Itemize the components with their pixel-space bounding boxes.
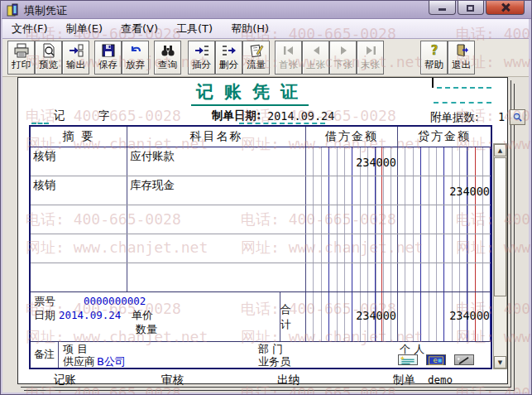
prepared-date-value[interactable]: 2014.09.24 — [267, 109, 334, 123]
salesman-label[interactable]: 业务员 — [258, 354, 290, 368]
help-label: 帮助 — [424, 60, 443, 70]
cell-account[interactable] — [127, 234, 306, 263]
prev-page-icon — [309, 43, 324, 58]
cell-credit[interactable] — [398, 263, 491, 291]
account-text — [127, 234, 305, 238]
cashflow-label: 流量 — [247, 60, 266, 70]
menu-file[interactable]: 文件(F) — [2, 19, 57, 39]
menu-tools[interactable]: 工具(T) — [167, 19, 222, 39]
supplier-label[interactable]: 供应商 — [63, 354, 95, 368]
prev-voucher-label: 上张 — [306, 60, 325, 70]
bookkeeper-label: 记账 — [54, 373, 76, 388]
search-binoculars-icon — [161, 43, 175, 58]
prev-voucher-button[interactable]: 上张 — [302, 41, 329, 75]
preparer-value: demo — [428, 373, 453, 386]
cashflow-button[interactable]: 流量 — [242, 41, 270, 75]
export-button[interactable]: 输出 — [62, 41, 89, 75]
toolbar: 打印 预览 输出 保存 放弃 查询 插分 删分 — [2, 39, 529, 77]
save-icon — [101, 43, 116, 58]
first-voucher-button[interactable]: 首张 — [275, 41, 302, 75]
cell-debit[interactable]: 234000 — [306, 147, 398, 176]
preview-button[interactable]: 预览 — [35, 41, 62, 75]
supplier-value[interactable]: B公司 — [97, 354, 126, 368]
text-caret — [432, 78, 434, 88]
scroll-down-button[interactable]: ▼ — [494, 356, 506, 369]
menu-help[interactable]: 帮助(H) — [222, 19, 278, 39]
preparer-label: 制单 — [393, 373, 415, 388]
scrollbar-thumb[interactable] — [494, 157, 506, 296]
notes-icon[interactable] — [398, 354, 418, 365]
cell-account[interactable]: 库存现金 — [127, 176, 306, 205]
voucher-table: 摘 要 科目名称 借方金额 贷方金额 核销 应付账款 234000 核销 库存现… — [29, 125, 492, 369]
help-icon: ? — [427, 43, 442, 58]
titlebar: 填制凭证 — [2, 1, 532, 19]
query-button[interactable]: 查询 — [154, 41, 181, 75]
screen-icon[interactable]: e — [426, 354, 446, 365]
cell-debit[interactable] — [306, 263, 398, 291]
delete-row-icon — [222, 43, 237, 58]
wand-icon[interactable] — [454, 354, 474, 365]
help-button[interactable]: ? 帮助 — [420, 41, 448, 75]
cell-summary[interactable] — [31, 234, 127, 263]
dashed-underline-word — [31, 123, 49, 124]
remarks-row: 备注 项 目 部 门 个 人 供应商 B公司 业务员 e — [31, 342, 491, 368]
ticket-value[interactable]: 0000000002 — [84, 295, 146, 307]
next-voucher-button[interactable]: 下张 — [329, 41, 357, 75]
table-row — [31, 234, 491, 263]
summary-text: 核销 — [31, 147, 127, 166]
window-title: 填制凭证 — [24, 3, 67, 18]
voucher-word-suffix: 字 — [98, 108, 110, 123]
total-label-cell: 合 计 — [280, 292, 306, 341]
date-label: 日期 — [34, 308, 55, 323]
svg-text:?: ? — [430, 43, 438, 58]
cell-credit[interactable] — [398, 234, 491, 263]
menu-view[interactable]: 查看(V) — [112, 19, 167, 39]
save-button[interactable]: 保存 — [94, 41, 122, 75]
maximize-button[interactable] — [458, 1, 484, 15]
ticket-info-cell: 票号 0000000002 日期 2014.09.24 单价 数量 — [31, 292, 280, 341]
cell-credit[interactable] — [398, 147, 491, 176]
attachments-value[interactable]: 1 — [498, 110, 505, 123]
cell-summary[interactable] — [31, 205, 127, 234]
close-button[interactable] — [486, 1, 525, 15]
cell-summary[interactable]: 核销 — [31, 147, 127, 176]
cell-debit[interactable] — [306, 234, 398, 263]
total-credit-cell: 234000 — [398, 292, 491, 341]
date-value[interactable]: 2014.09.24 — [59, 309, 121, 321]
cell-debit[interactable] — [306, 205, 398, 234]
cell-debit[interactable] — [306, 176, 398, 205]
attachments-lookup-button[interactable] — [510, 109, 525, 125]
dashed-field-line-1 — [437, 87, 491, 89]
printer-icon — [14, 43, 29, 58]
cell-summary[interactable]: 核销 — [31, 176, 127, 205]
insert-row-icon — [194, 43, 209, 58]
last-voucher-button[interactable]: 末张 — [357, 41, 384, 75]
next-voucher-label: 下张 — [333, 60, 352, 70]
cell-account[interactable] — [127, 205, 306, 234]
vertical-scrollbar[interactable]: ▲ ▼ — [493, 143, 507, 369]
exit-button[interactable]: 退出 — [448, 41, 475, 75]
undo-icon — [128, 43, 143, 58]
menu-voucher[interactable]: 制单(E) — [57, 19, 112, 39]
discard-button[interactable]: 放弃 — [122, 41, 149, 75]
cell-account[interactable]: 应付账款 — [127, 147, 306, 176]
scroll-down-icon: ▼ — [498, 359, 502, 366]
last-voucher-label: 末张 — [361, 60, 380, 70]
first-voucher-label: 首张 — [279, 60, 298, 70]
cell-credit[interactable]: 234000 — [398, 176, 491, 205]
insert-line-button[interactable]: 插分 — [188, 41, 215, 75]
total-credit-amount: 234000 — [449, 308, 490, 321]
minimize-button[interactable] — [429, 1, 456, 15]
scroll-up-button[interactable]: ▲ — [494, 144, 506, 157]
save-label: 保存 — [98, 60, 117, 70]
summary-text — [31, 263, 127, 267]
header-account: 科目名称 — [127, 127, 306, 147]
account-text: 库存现金 — [127, 176, 305, 195]
print-button[interactable]: 打印 — [7, 41, 35, 75]
cashier-label: 出纳 — [277, 373, 300, 388]
cell-account[interactable] — [127, 263, 306, 291]
preview-label: 预览 — [39, 60, 58, 70]
delete-line-button[interactable]: 删分 — [215, 41, 242, 75]
cell-credit[interactable] — [398, 205, 491, 234]
cell-summary[interactable] — [31, 263, 127, 291]
